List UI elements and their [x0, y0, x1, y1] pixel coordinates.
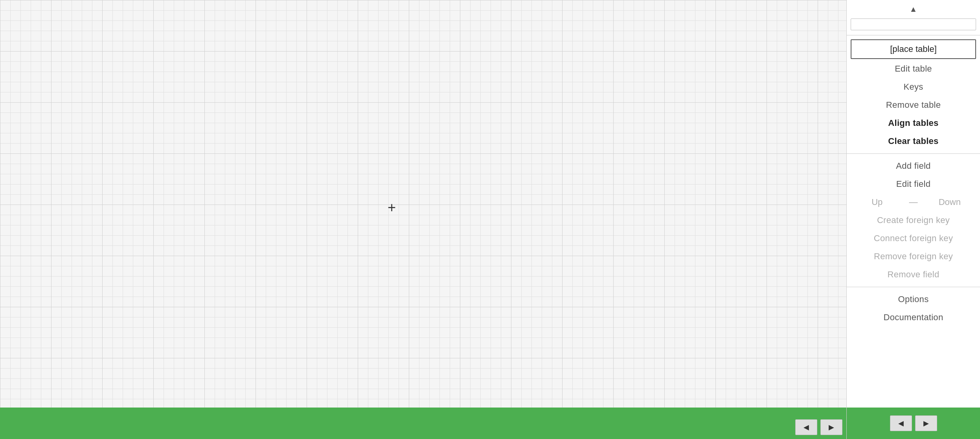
- keys-button[interactable]: Keys: [847, 78, 980, 96]
- edit-table-button[interactable]: Edit table: [847, 60, 980, 78]
- sidebar-top: ▲: [847, 0, 980, 17]
- sidebar-next-button[interactable]: ▶: [915, 415, 937, 431]
- divider-3: [847, 287, 980, 287]
- collapse-button[interactable]: ▲: [903, 3, 924, 15]
- remove-field-button[interactable]: Remove field: [847, 266, 980, 284]
- connect-foreign-key-button[interactable]: Connect foreign key: [847, 229, 980, 247]
- edit-field-button[interactable]: Edit field: [847, 175, 980, 193]
- canvas-area[interactable]: + ◀ ▶: [0, 0, 846, 439]
- sidebar-prev-button[interactable]: ◀: [890, 415, 912, 431]
- place-table-button[interactable]: [place table]: [851, 39, 976, 59]
- sidebar-panel: ▲ [place table] Edit table Keys Remove t…: [846, 0, 980, 439]
- save-load-button[interactable]: [851, 18, 976, 30]
- create-foreign-key-button[interactable]: Create foreign key: [847, 211, 980, 229]
- up-button[interactable]: Up: [847, 196, 908, 209]
- options-button[interactable]: Options: [847, 290, 980, 308]
- canvas-next-button[interactable]: ▶: [820, 419, 842, 435]
- canvas-prev-button[interactable]: ◀: [795, 419, 817, 435]
- divider-2: [847, 153, 980, 154]
- align-tables-button[interactable]: Align tables: [847, 114, 980, 132]
- documentation-button[interactable]: Documentation: [847, 308, 980, 326]
- remove-table-button[interactable]: Remove table: [847, 96, 980, 114]
- down-button[interactable]: Down: [919, 196, 980, 209]
- divider-1: [847, 35, 980, 35]
- canvas-bottom-bar: [0, 408, 846, 439]
- options-section: Options Documentation: [847, 289, 980, 328]
- canvas-bottom-buttons: ◀ ▶: [795, 419, 842, 435]
- remove-foreign-key-button[interactable]: Remove foreign key: [847, 247, 980, 266]
- clear-tables-button[interactable]: Clear tables: [847, 132, 980, 150]
- up-down-separator: —: [908, 197, 919, 207]
- add-field-button[interactable]: Add field: [847, 157, 980, 175]
- up-down-row: Up — Down: [847, 193, 980, 211]
- cursor-plus-icon: +: [388, 199, 396, 216]
- table-section: [place table] Edit table Keys Remove tab…: [847, 37, 980, 152]
- sidebar-footer-bar: ◀ ▶: [847, 408, 980, 439]
- field-section: Add field Edit field Up — Down Create fo…: [847, 155, 980, 285]
